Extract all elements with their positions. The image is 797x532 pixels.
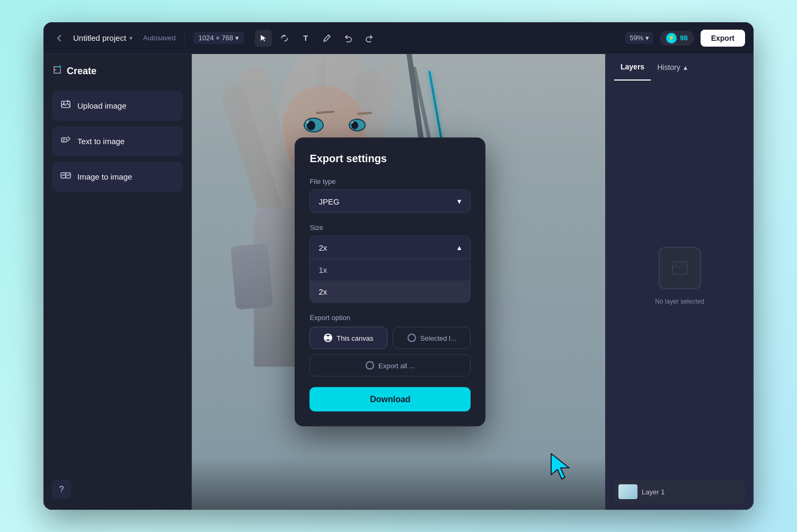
this-canvas-option[interactable]: This canvas bbox=[309, 327, 387, 349]
text-to-image-icon bbox=[60, 135, 71, 148]
sidebar-item-image-to-image[interactable]: Image to image bbox=[52, 162, 183, 192]
tab-layers[interactable]: Layers bbox=[614, 54, 651, 81]
sidebar: Create Upload image bbox=[43, 54, 192, 510]
credits-icon: ⚡ bbox=[666, 33, 677, 43]
header-divider bbox=[184, 32, 185, 45]
image-to-image-icon bbox=[60, 170, 71, 183]
layer-thumbnail bbox=[618, 484, 637, 499]
rotate-tool-button[interactable] bbox=[276, 30, 293, 47]
zoom-chevron: ▾ bbox=[645, 34, 649, 42]
export-all-radio bbox=[366, 361, 374, 370]
svg-point-1 bbox=[63, 102, 65, 104]
file-type-label: File type bbox=[309, 178, 471, 185]
size-select[interactable]: 2x ▴ 1x 2x bbox=[309, 236, 471, 303]
project-name[interactable]: Untitled project ▾ bbox=[73, 33, 132, 42]
zoom-control[interactable]: 59% ▾ bbox=[625, 32, 653, 44]
no-layer-selection: No layer selected bbox=[606, 81, 754, 473]
create-icon bbox=[52, 65, 63, 78]
this-canvas-radio bbox=[324, 334, 332, 342]
size-option-2x[interactable]: 2x bbox=[310, 281, 470, 303]
svg-rect-3 bbox=[61, 173, 66, 178]
history-chevron: ▴ bbox=[684, 63, 687, 72]
autosaved-status: Autosaved bbox=[143, 34, 175, 42]
export-modal-title: Export settings bbox=[309, 153, 471, 165]
text-tool-button[interactable]: T bbox=[297, 30, 314, 47]
export-all-option[interactable]: Export all ... bbox=[309, 354, 471, 377]
size-chevron: ▴ bbox=[457, 243, 462, 252]
no-selection-text: No layer selected bbox=[655, 298, 704, 307]
download-button[interactable]: Download bbox=[309, 387, 471, 412]
credits-display: ⚡ 98 bbox=[660, 31, 694, 46]
select-tool-button[interactable] bbox=[255, 30, 272, 47]
selected-option[interactable]: Selected l... bbox=[393, 327, 471, 349]
tab-history[interactable]: History ▴ bbox=[651, 54, 694, 81]
header: Untitled project ▾ Autosaved 1024 × 768 … bbox=[43, 22, 754, 54]
file-type-chevron: ▾ bbox=[457, 197, 462, 206]
dimensions-chevron: ▾ bbox=[235, 34, 239, 42]
pen-tool-button[interactable] bbox=[318, 30, 335, 47]
create-header: Create bbox=[52, 65, 183, 78]
layer-info: Layer 1 bbox=[606, 473, 754, 510]
right-panel-tabs: Layers History ▴ bbox=[606, 54, 754, 81]
canvas-area: Export settings File type JPEG ▾ Size 2x… bbox=[192, 54, 605, 510]
svg-rect-4 bbox=[66, 173, 70, 178]
export-option-row: This canvas Selected l... bbox=[309, 327, 471, 349]
selected-radio bbox=[408, 334, 416, 342]
right-panel: Layers History ▴ No layer selected bbox=[605, 54, 754, 510]
size-select-header[interactable]: 2x ▴ bbox=[310, 236, 470, 259]
redo-button[interactable] bbox=[361, 30, 378, 47]
layer-item[interactable]: Layer 1 bbox=[614, 480, 745, 503]
back-button[interactable] bbox=[52, 31, 67, 46]
size-option-1x[interactable]: 1x bbox=[310, 259, 470, 281]
file-type-select[interactable]: JPEG ▾ bbox=[309, 190, 471, 213]
export-modal: Export settings File type JPEG ▾ Size 2x… bbox=[295, 138, 485, 427]
svg-rect-2 bbox=[61, 138, 67, 142]
undo-button[interactable] bbox=[340, 30, 357, 47]
export-button[interactable]: Export bbox=[701, 30, 745, 47]
sidebar-item-upload[interactable]: Upload image bbox=[52, 91, 183, 121]
project-name-chevron: ▾ bbox=[129, 34, 132, 42]
sidebar-item-text-to-image[interactable]: Text to image bbox=[52, 126, 183, 156]
size-label: Size bbox=[309, 224, 471, 232]
export-option-label: Export option bbox=[309, 314, 471, 322]
main-layout: Create Upload image bbox=[43, 54, 754, 510]
svg-rect-5 bbox=[672, 262, 687, 274]
layer-name: Layer 1 bbox=[642, 488, 665, 496]
no-selection-icon bbox=[659, 247, 701, 289]
upload-image-icon bbox=[60, 99, 71, 112]
canvas-dimensions[interactable]: 1024 × 768 ▾ bbox=[193, 32, 244, 44]
app-window: Untitled project ▾ Autosaved 1024 × 768 … bbox=[43, 22, 754, 510]
help-button[interactable]: ? bbox=[52, 480, 71, 499]
toolbar: T bbox=[255, 30, 378, 47]
cursor-arrow bbox=[547, 451, 573, 478]
